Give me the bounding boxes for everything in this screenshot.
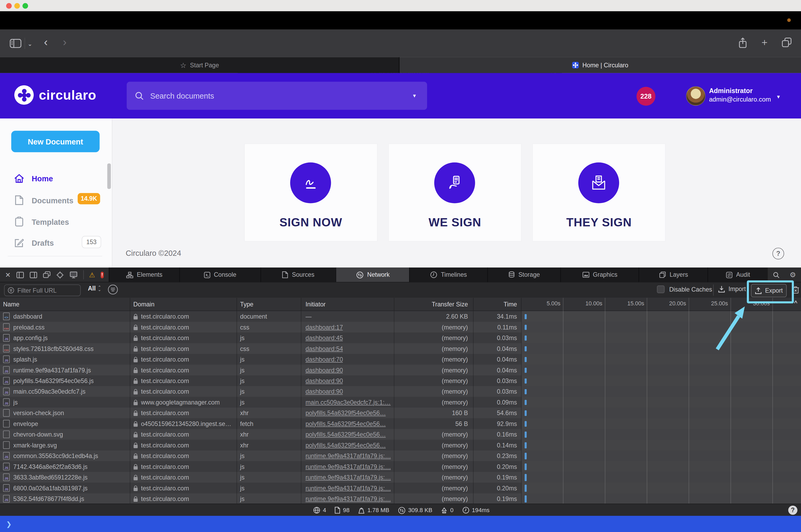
chevron-down-icon[interactable]: ⌄ [27, 41, 32, 48]
notification-count-badge[interactable]: 228 [637, 87, 655, 106]
table-row[interactable]: js www.googletagmanager.com js main.cc50… [0, 397, 801, 407]
initiator-link[interactable]: polyfills.54a6329f54ec0e56… [305, 409, 386, 416]
initiator-link[interactable]: dashboard:90 [305, 388, 343, 395]
initiator-link[interactable]: runtime.9ef9a4317af1fa79.js:… [305, 452, 391, 459]
sidebar-item-home[interactable]: Home [13, 174, 53, 184]
avatar[interactable] [686, 87, 706, 106]
table-row[interactable]: version-check.json test.circularo.com xh… [0, 407, 801, 418]
initiator-link[interactable]: dashboard:90 [305, 366, 343, 374]
request-name-cell[interactable]: app.config.js [0, 332, 130, 343]
request-name-cell[interactable]: 3633.3abf8ed65912228e.js [0, 472, 130, 482]
initiator-link[interactable]: polyfills.54a6329f54ec0e56… [305, 431, 386, 438]
request-name-cell[interactable]: 7142.4346a8e62f2a63d6.js [0, 461, 130, 472]
initiator-link[interactable]: runtime.9ef9a4317af1fa79.js:… [305, 484, 391, 491]
initiator-link[interactable]: dashboard:45 [305, 334, 343, 341]
inspector-search-icon[interactable] [768, 268, 785, 282]
table-row[interactable]: dashboard test.circularo.com document — … [0, 311, 801, 322]
request-name-cell[interactable]: 6800.0a026a1fab381987.js [0, 483, 130, 493]
initiator-link[interactable]: dashboard:90 [305, 377, 343, 384]
bottom-console-bar[interactable]: ❯ [0, 516, 801, 532]
inspector-settings-gear-icon[interactable]: ⚙ [785, 268, 801, 282]
tab-overview-icon[interactable] [782, 37, 792, 49]
table-row[interactable]: splash.js test.circularo.com js dashboar… [0, 354, 801, 364]
table-row[interactable]: runtime.9ef9a4317af1fa79.js test.circula… [0, 365, 801, 375]
request-name-cell[interactable]: xmark-large.svg [0, 440, 130, 450]
disable-caches-checkbox[interactable] [657, 285, 665, 293]
forward-button[interactable]: › [63, 36, 67, 49]
filter-url-input[interactable]: Filter Full URL [4, 284, 80, 296]
request-name-cell[interactable]: envelope [0, 418, 130, 429]
tab-network[interactable]: Network [336, 268, 409, 282]
column-header-domain[interactable]: Domain [130, 298, 237, 310]
table-row[interactable]: 5362.54fd678677f4f8dd.js test.circularo.… [0, 493, 801, 504]
new-tab-icon[interactable]: ＋ [760, 37, 769, 49]
tab-graphics[interactable]: Graphics [560, 268, 639, 282]
sidebar-item-documents[interactable]: Documents 14.9K [13, 195, 73, 205]
table-row[interactable]: common.35563cc9dc1edb4a.js test.circular… [0, 450, 801, 461]
tab-timelines[interactable]: Timelines [409, 268, 487, 282]
tab-elements[interactable]: Elements [109, 268, 179, 282]
sidebar-item-templates[interactable]: Templates [13, 216, 69, 227]
request-name-cell[interactable]: preload.css [0, 322, 130, 332]
initiator-link[interactable]: polyfills.54a6329f54ec0e56… [305, 442, 386, 449]
request-name-cell[interactable]: dashboard [0, 311, 130, 322]
sign-now-card[interactable]: SIGN NOW [244, 144, 377, 242]
document-search-input[interactable]: Search documents ▾ [127, 82, 427, 110]
tab-audit[interactable]: Audit [708, 268, 768, 282]
request-name-cell[interactable]: version-check.json [0, 407, 130, 418]
dock-bottom-icon[interactable] [30, 271, 37, 278]
filter-options-icon[interactable] [107, 284, 118, 295]
import-button[interactable]: Import [718, 285, 746, 293]
disable-caches-control[interactable]: Disable Caches [657, 285, 712, 293]
request-name-cell[interactable]: chevron-down.svg [0, 429, 130, 439]
request-name-cell[interactable]: polyfills.54a6329f54ec0e56.js [0, 375, 130, 386]
scroll-up-icon[interactable]: ^ [794, 300, 797, 306]
column-header-time[interactable]: Time [473, 298, 522, 310]
minimize-window-button[interactable] [14, 3, 20, 9]
resource-scope-select[interactable]: All ⌃⌄ [88, 285, 101, 292]
table-row[interactable]: 3633.3abf8ed65912228e.js test.circularo.… [0, 472, 801, 482]
column-header-type[interactable]: Type [237, 298, 301, 310]
sidebar-scrollbar-thumb[interactable] [107, 164, 111, 189]
table-row[interactable]: styles.726118cfb5260d48.css test.circula… [0, 343, 801, 354]
new-document-button[interactable]: New Document [11, 131, 99, 152]
column-header-name[interactable]: Name [0, 298, 130, 310]
dock-side-icon[interactable] [16, 271, 24, 278]
sidebar-toggle-icon[interactable] [10, 39, 21, 48]
initiator-link[interactable]: polyfills.54a6329f54ec0e56… [305, 420, 386, 427]
tab-storage[interactable]: Storage [487, 268, 560, 282]
tab-sources[interactable]: Sources [260, 268, 336, 282]
request-name-cell[interactable]: main.cc509ac3e0edcfc7.js [0, 386, 130, 397]
table-row[interactable]: xmark-large.svg test.circularo.com xhr p… [0, 440, 801, 450]
help-button[interactable]: ? [772, 248, 784, 259]
element-picker-icon[interactable] [56, 271, 64, 279]
close-window-button[interactable] [6, 3, 12, 9]
column-header-initiator[interactable]: Initiator [301, 298, 394, 310]
back-button[interactable]: ‹ [44, 36, 48, 49]
table-row[interactable]: chevron-down.svg test.circularo.com xhr … [0, 429, 801, 439]
initiator-link[interactable]: — [305, 313, 312, 320]
request-name-cell[interactable]: styles.726118cfb5260d48.css [0, 343, 130, 354]
request-name-cell[interactable]: 5362.54fd678677f4f8dd.js [0, 493, 130, 504]
zoom-window-button[interactable] [22, 3, 28, 9]
initiator-link[interactable]: main.cc509ac3e0edcfc7.js:1:… [305, 399, 391, 406]
table-row[interactable]: app.config.js test.circularo.com js dash… [0, 332, 801, 343]
table-row[interactable]: 6800.0a026a1fab381987.js test.circularo.… [0, 483, 801, 493]
initiator-link[interactable]: runtime.9ef9a4317af1fa79.js:… [305, 495, 391, 502]
tab-start-page[interactable]: ☆ Start Page [0, 57, 399, 73]
sidebar-item-drafts[interactable]: Drafts 153 [13, 238, 54, 248]
we-sign-card[interactable]: WE SIGN [388, 144, 522, 242]
tab-layers[interactable]: Layers [639, 268, 708, 282]
user-menu-caret-icon[interactable]: ▾ [777, 94, 780, 100]
device-icon[interactable] [70, 271, 78, 278]
table-row[interactable]: 7142.4346a8e62f2a63d6.js test.circularo.… [0, 461, 801, 472]
share-icon[interactable] [738, 37, 747, 49]
undock-icon[interactable] [43, 271, 51, 278]
request-name-cell[interactable]: common.35563cc9dc1edb4a.js [0, 450, 130, 461]
request-name-cell[interactable]: js [0, 397, 130, 407]
circularo-logo[interactable]: circularo [14, 86, 96, 105]
request-name-cell[interactable]: runtime.9ef9a4317af1fa79.js [0, 365, 130, 375]
table-row[interactable]: envelope o4505159621345280.ingest.se… fe… [0, 418, 801, 429]
table-row[interactable]: polyfills.54a6329f54ec0e56.js test.circu… [0, 375, 801, 386]
tab-home-circularo[interactable]: Home | Circularo [399, 57, 801, 73]
